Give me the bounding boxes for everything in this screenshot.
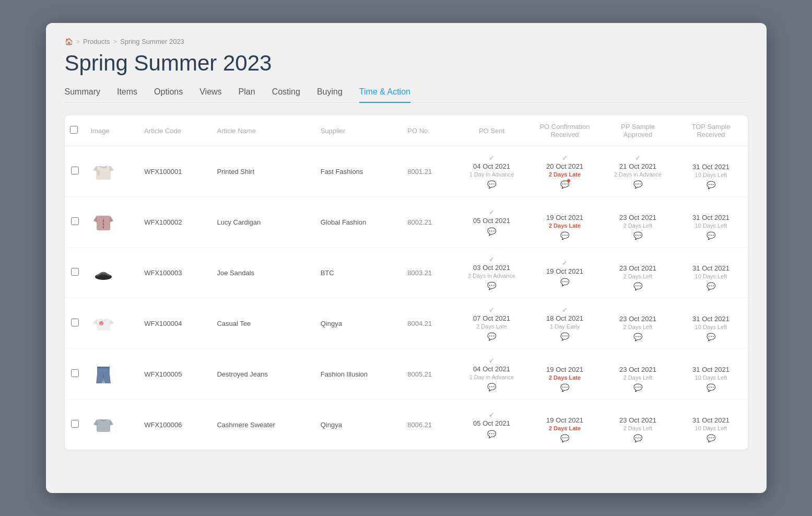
product-image [91, 361, 116, 386]
cell-date: 31 Oct 2021 [692, 214, 729, 221]
cell-sub-text: 2 Days Late [549, 374, 581, 381]
row-checkbox-3[interactable] [71, 268, 79, 276]
row-checkbox-1[interactable] [71, 167, 79, 174]
table-cell: ✓18 Oct 20211 Day Early💬 [528, 298, 602, 349]
tab-costing[interactable]: Costing [272, 87, 300, 103]
check-mark: ✓ [562, 155, 568, 161]
row-article-code: WFX100001 [139, 146, 211, 197]
comment-icon[interactable]: 💬 [560, 180, 569, 189]
cell-date: 19 Oct 2021 [546, 416, 583, 424]
row-article-name: Destroyed Jeans [211, 349, 315, 400]
row-po-no: 8002.21 [402, 197, 455, 248]
row-po-no: 8006.21 [402, 400, 455, 450]
comment-icon[interactable]: 💬 [487, 430, 496, 438]
home-icon[interactable]: 🏠 [65, 38, 73, 45]
check-mark: ✓ [489, 155, 495, 161]
row-checkbox-2[interactable] [71, 217, 79, 225]
header-article-code: Article Code [139, 115, 211, 146]
tab-items[interactable]: Items [117, 87, 137, 103]
comment-icon[interactable]: 💬 [707, 383, 715, 392]
header-checkbox[interactable] [65, 115, 86, 146]
table-row: WFX100001 Printed Shirt Fast Fashions 80… [65, 146, 748, 197]
cell-date: 31 Oct 2021 [692, 366, 729, 373]
table-cell: ✓19 Oct 2021💬 [528, 248, 602, 298]
breadcrumb-products[interactable]: Products [83, 38, 110, 45]
table-cell: 31 Oct 202110 Days Left💬 [675, 248, 748, 298]
cell-date: 23 Oct 2021 [619, 264, 656, 272]
comment-icon[interactable]: 💬 [560, 278, 569, 286]
row-article-code: WFX100004 [139, 298, 211, 349]
check-mark: ✓ [489, 412, 495, 418]
product-image [91, 412, 116, 437]
cell-sub-text: 2 Days Left [623, 425, 653, 431]
comment-icon[interactable]: 💬 [560, 434, 569, 442]
table-row: WFX100002 Lucy Cardigan Global Fashion 8… [65, 197, 748, 248]
comment-icon[interactable]: 💬 [560, 231, 569, 240]
header-po-no: PO No. [402, 115, 455, 146]
tab-views[interactable]: Views [199, 87, 221, 103]
cell-sub-text: 2 Days Late [549, 171, 581, 178]
table-cell: 23 Oct 20212 Days Left💬 [602, 400, 675, 450]
product-image [91, 159, 116, 184]
row-checkbox-4[interactable] [71, 319, 79, 326]
tab-buying[interactable]: Buying [317, 87, 343, 103]
table-cell: ✓20 Oct 20212 Days Late💬 [528, 146, 602, 197]
comment-icon[interactable]: 💬 [633, 282, 642, 290]
header-image: Image [86, 115, 139, 146]
comment-icon[interactable]: 💬 [633, 383, 642, 392]
cell-date: 19 Oct 2021 [546, 366, 583, 373]
cell-date: 05 Oct 2021 [473, 217, 510, 225]
comment-icon[interactable]: 💬 [560, 383, 569, 392]
tab-time-action[interactable]: Time & Action [359, 87, 410, 103]
cell-date: 04 Oct 2021 [473, 365, 510, 373]
tab-summary[interactable]: Summary [65, 87, 100, 103]
comment-icon[interactable]: 💬 [633, 180, 642, 189]
cell-date: 21 Oct 2021 [619, 162, 656, 170]
tab-plan[interactable]: Plan [239, 87, 255, 103]
comment-icon[interactable]: 💬 [707, 282, 715, 290]
comment-icon[interactable]: 💬 [487, 227, 496, 236]
row-checkbox-6[interactable] [71, 420, 79, 428]
comment-icon[interactable]: 💬 [560, 332, 569, 341]
header-supplier: Supplier [315, 115, 403, 146]
row-article-code: WFX100002 [139, 197, 211, 248]
select-all-checkbox[interactable] [70, 126, 78, 134]
comment-icon[interactable]: 💬 [707, 333, 715, 341]
cell-date: 19 Oct 2021 [546, 267, 583, 275]
comment-icon[interactable]: 💬 [487, 180, 496, 189]
main-window: 🏠 > Products > Spring Summer 2023 Spring… [46, 23, 767, 493]
comment-icon[interactable]: 💬 [707, 231, 715, 240]
table-cell: 23 Oct 20212 Days Left💬 [602, 298, 675, 349]
cell-date: 04 Oct 2021 [473, 162, 510, 170]
row-supplier: Qingya [315, 400, 403, 450]
row-checkbox-cell [65, 349, 86, 400]
cell-date: 07 Oct 2021 [473, 314, 510, 322]
data-table: Image Article Code Article Name Supplier… [65, 115, 748, 450]
cell-date: 05 Oct 2021 [473, 419, 510, 427]
table-cell: ✓07 Oct 20212 Days Late💬 [455, 298, 528, 349]
comment-icon[interactable]: 💬 [487, 383, 496, 391]
row-supplier: Fashion Illusion [315, 349, 403, 400]
cell-sub-text: 10 Days Left [695, 172, 727, 178]
cell-sub-text: 2 Days Late [549, 425, 581, 431]
tab-options[interactable]: Options [154, 87, 183, 103]
cell-sub-text: 2 Days in Advance [468, 273, 515, 279]
comment-icon[interactable]: 💬 [633, 333, 642, 341]
row-image-cell [86, 197, 139, 248]
comment-icon[interactable]: 💬 [633, 231, 642, 240]
comment-icon[interactable]: 💬 [487, 282, 496, 290]
row-article-name: Printed Shirt [211, 146, 315, 197]
comment-icon[interactable]: 💬 [707, 434, 715, 442]
table-cell: 31 Oct 202110 Days Left💬 [675, 197, 748, 248]
breadcrumb: 🏠 > Products > Spring Summer 2023 [65, 38, 748, 45]
row-supplier: Global Fashion [315, 197, 403, 248]
comment-icon[interactable]: 💬 [707, 181, 715, 189]
cell-sub-text: 2 Days Late [549, 222, 581, 229]
comment-icon[interactable]: 💬 [633, 434, 642, 442]
row-checkbox-5[interactable] [71, 369, 79, 377]
row-article-code: WFX100003 [139, 248, 211, 298]
comment-icon[interactable]: 💬 [487, 332, 496, 341]
check-mark: ✓ [489, 357, 495, 364]
cell-sub-text: 2 Days Left [623, 374, 653, 381]
row-article-name: Lucy Cardigan [211, 197, 315, 248]
